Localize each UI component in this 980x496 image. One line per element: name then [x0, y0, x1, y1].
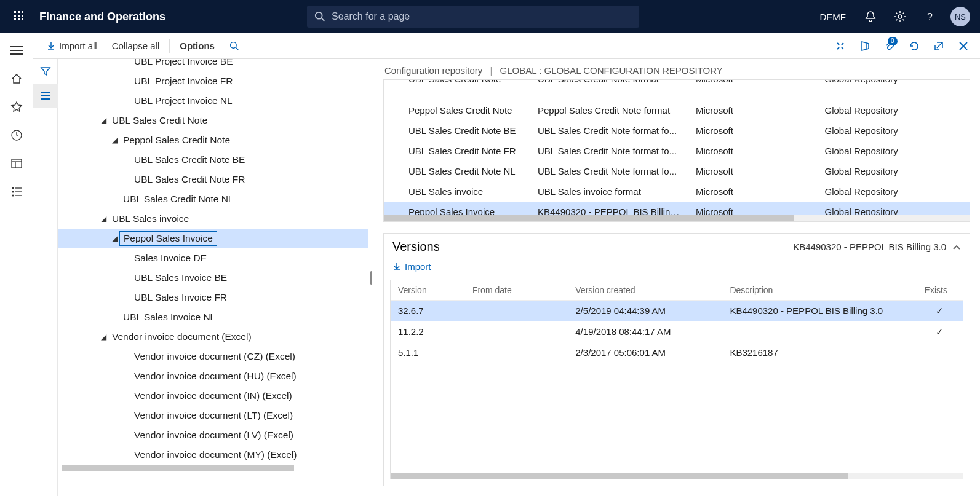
grid-cell: Global Repository [817, 141, 970, 161]
version-cell: KB3216187 [722, 342, 917, 363]
tree-item[interactable]: UBL Sales Invoice BE [58, 268, 368, 288]
grid-cell: UBL Sales Credit Note NL [384, 161, 530, 181]
collapse-all-button[interactable]: Collapse all [105, 37, 167, 55]
grid-cell: UBL Sales invoice format [530, 181, 688, 202]
action-bar: Import all Collapse all Options 0 [33, 33, 980, 59]
gear-icon[interactable] [886, 0, 914, 33]
user-avatar[interactable]: NS [950, 7, 970, 26]
company-label[interactable]: DEMF [811, 12, 855, 22]
caret-icon[interactable]: ◢ [110, 234, 119, 243]
exists-cell [917, 342, 963, 363]
tree-item[interactable]: UBL Sales Credit Note NL [58, 189, 368, 209]
import-button[interactable]: Import [392, 261, 431, 272]
list-view-icon[interactable] [33, 84, 58, 108]
search-action-icon[interactable] [222, 37, 247, 55]
help-icon[interactable]: ? [916, 0, 943, 33]
chevron-up-icon[interactable] [952, 244, 961, 250]
breadcrumb: Configuration repository | GLOBAL : GLOB… [373, 59, 980, 79]
grid-row[interactable]: Peppol Sales InvoiceKB4490320 - PEPPOL B… [384, 202, 970, 215]
tree-item[interactable]: Vendor invoice document (HU) (Excel) [58, 366, 368, 386]
close-icon[interactable] [953, 36, 974, 57]
tree-item[interactable]: UBL Sales Credit Note BE [58, 150, 368, 170]
col-version[interactable]: Version [391, 280, 465, 301]
version-cell [465, 321, 568, 342]
col-exists[interactable]: Exists [917, 280, 963, 301]
tree-item-label: UBL Sales Invoice FR [134, 292, 227, 303]
col-from[interactable]: From date [465, 280, 568, 301]
version-row[interactable]: 5.1.12/3/2017 05:06:01 AMKB3216187 [391, 342, 963, 363]
grid-cell: Microsoft [688, 202, 817, 215]
tree-item[interactable]: ◢Peppol Sales Invoice [58, 229, 368, 248]
tree-hscroll[interactable] [58, 465, 368, 471]
tree-item-label: UBL Project Invoice FR [134, 76, 233, 87]
grid-row[interactable]: Peppol Sales Credit NotePeppol Sales Cre… [384, 100, 970, 120]
search-input[interactable] [332, 11, 632, 22]
grid-row[interactable]: UBL Sales Credit Note NLUBL Sales Credit… [384, 161, 970, 181]
tree-pane[interactable]: UBL Project Invoice BEUBL Project Invoic… [58, 59, 368, 496]
notifications-icon[interactable] [857, 0, 884, 33]
recent-icon[interactable] [3, 122, 30, 149]
tree-item[interactable]: UBL Sales Invoice NL [58, 307, 368, 327]
grid-row[interactable]: UBL Sales Credit Note FRUBL Sales Credit… [384, 141, 970, 161]
tree-item[interactable]: Sales Invoice DE [58, 248, 368, 268]
global-search[interactable] [307, 6, 639, 28]
svg-point-21 [12, 191, 14, 193]
grid-hscroll[interactable] [384, 215, 970, 221]
version-cell: 5.1.1 [391, 342, 465, 363]
caret-icon[interactable]: ◢ [98, 215, 108, 223]
office-icon[interactable] [855, 36, 875, 57]
options-button[interactable]: Options [172, 37, 222, 55]
grid-row[interactable]: UBL Sales invoiceUBL Sales invoice forma… [384, 181, 970, 202]
favorites-icon[interactable] [3, 93, 30, 120]
tree-item[interactable]: UBL Project Invoice FR [58, 71, 368, 91]
popout-icon[interactable] [928, 36, 949, 57]
version-cell: 11.2.2 [391, 321, 465, 342]
tree-item[interactable]: Vendor invoice document (MY) (Excel) [58, 445, 368, 465]
col-created[interactable]: Version created [568, 280, 722, 301]
tree-item[interactable]: UBL Sales Invoice FR [58, 288, 368, 307]
tree-item[interactable]: UBL Project Invoice BE [58, 59, 368, 71]
tree-item[interactable]: ◢UBL Sales invoice [58, 209, 368, 229]
filter-icon[interactable] [33, 59, 58, 84]
import-all-button[interactable]: Import all [39, 37, 105, 55]
tree-item[interactable]: Vendor invoice document (LT) (Excel) [58, 406, 368, 425]
grid-cell: UBL Sales Credit Note format [530, 80, 688, 89]
version-row[interactable]: 11.2.24/19/2018 08:44:17 AM✓ [391, 321, 963, 342]
tree-item[interactable]: Vendor invoice document (CZ) (Excel) [58, 347, 368, 366]
col-desc[interactable]: Description [722, 280, 917, 301]
workspaces-icon[interactable] [3, 150, 30, 177]
refresh-icon[interactable] [904, 36, 925, 57]
grid-cell: Global Repository [817, 181, 970, 202]
grid-row[interactable]: UBL Sales Credit NoteUBL Sales Credit No… [384, 80, 970, 89]
grid-row[interactable]: UBL Sales Credit Note BEUBL Sales Credit… [384, 120, 970, 141]
tree-item-label: Sales Invoice DE [134, 253, 207, 264]
tree-item[interactable]: ◢Vendor invoice document (Excel) [58, 327, 368, 347]
tree-item[interactable]: Vendor invoice document (IN) (Excel) [58, 386, 368, 406]
svg-text:?: ? [927, 12, 933, 22]
tree-item[interactable]: UBL Project Invoice NL [58, 91, 368, 111]
personalize-icon[interactable] [830, 36, 851, 57]
hamburger-icon[interactable] [3, 37, 30, 64]
grid-cell: KB4490320 - PEPPOL BIS Billing ... [530, 202, 688, 215]
version-row[interactable]: 32.6.72/5/2019 04:44:39 AMKB4490320 - PE… [391, 300, 963, 321]
svg-point-9 [316, 12, 322, 19]
svg-point-11 [898, 15, 902, 18]
tree-item-label: Vendor invoice document (Excel) [112, 331, 252, 342]
grid-cell: Microsoft [688, 120, 817, 141]
caret-icon[interactable]: ◢ [110, 136, 119, 144]
caret-icon[interactable]: ◢ [98, 116, 108, 125]
home-icon[interactable] [3, 65, 30, 92]
tree-item[interactable]: UBL Sales Credit Note FR [58, 170, 368, 189]
modules-icon[interactable] [3, 178, 30, 205]
tree-item[interactable]: ◢UBL Sales Credit Note [58, 111, 368, 130]
attachments-icon[interactable]: 0 [879, 36, 900, 57]
app-launcher-icon[interactable] [5, 0, 34, 33]
pane-resizer[interactable] [368, 59, 373, 496]
grid-cell: Microsoft [688, 80, 817, 89]
tree-tool-strip [33, 59, 58, 496]
svg-rect-17 [12, 159, 22, 168]
tree-item[interactable]: Vendor invoice document (LV) (Excel) [58, 425, 368, 445]
versions-hscroll[interactable] [391, 473, 963, 479]
tree-item[interactable]: ◢Peppol Sales Credit Note [58, 130, 368, 150]
caret-icon[interactable]: ◢ [98, 333, 108, 341]
